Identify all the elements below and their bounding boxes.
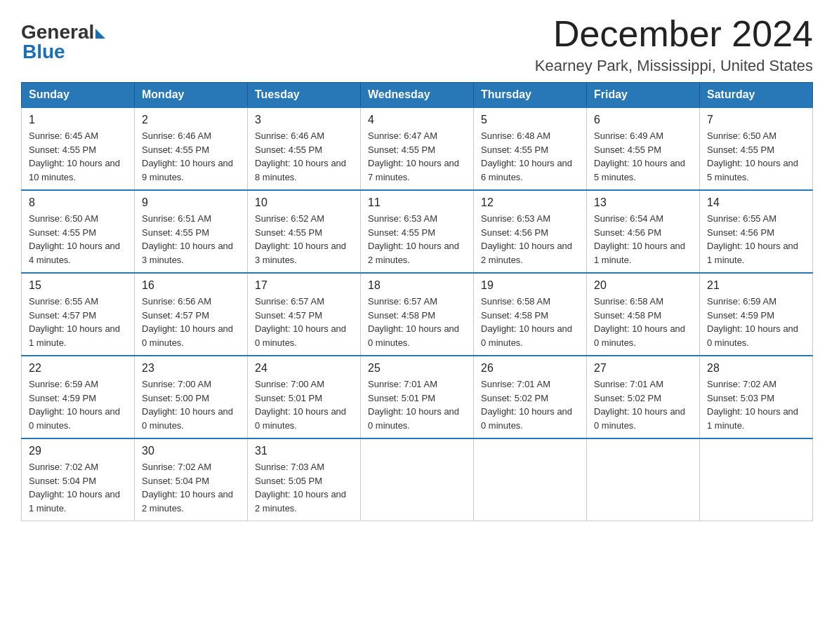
calendar-day-cell: 21 Sunrise: 6:59 AM Sunset: 4:59 PM Dayl…	[700, 273, 813, 356]
calendar-day-cell: 9 Sunrise: 6:51 AM Sunset: 4:55 PM Dayli…	[135, 190, 248, 273]
day-number: 12	[481, 196, 579, 209]
page-header: General Blue December 2024 Kearney Park,…	[21, 14, 813, 75]
sunset-label: Sunset: 4:55 PM	[255, 227, 322, 238]
day-info: Sunrise: 6:52 AM Sunset: 4:55 PM Dayligh…	[255, 212, 353, 267]
sunset-label: Sunset: 5:03 PM	[707, 393, 774, 403]
sunrise-label: Sunrise: 7:01 AM	[481, 379, 550, 389]
sunset-label: Sunset: 4:56 PM	[481, 227, 548, 238]
day-number: 1	[29, 114, 127, 126]
calendar-day-cell: 13 Sunrise: 6:54 AM Sunset: 4:56 PM Dayl…	[587, 190, 700, 273]
day-info: Sunrise: 6:48 AM Sunset: 4:55 PM Dayligh…	[481, 129, 579, 184]
daylight-label: Daylight: 10 hours and 1 minute.	[29, 323, 120, 348]
col-thursday: Thursday	[474, 83, 587, 108]
calendar-day-cell: 23 Sunrise: 7:00 AM Sunset: 5:00 PM Dayl…	[135, 356, 248, 438]
daylight-label: Daylight: 10 hours and 9 minutes.	[142, 158, 233, 182]
logo-arrow-icon	[95, 29, 105, 39]
sunrise-label: Sunrise: 6:59 AM	[707, 296, 776, 307]
calendar-day-cell: 3 Sunrise: 6:46 AM Sunset: 4:55 PM Dayli…	[248, 107, 361, 190]
calendar-day-cell: 24 Sunrise: 7:00 AM Sunset: 5:01 PM Dayl…	[248, 356, 361, 438]
sunset-label: Sunset: 4:55 PM	[29, 227, 96, 238]
calendar-day-cell: 4 Sunrise: 6:47 AM Sunset: 4:55 PM Dayli…	[361, 107, 474, 190]
daylight-label: Daylight: 10 hours and 1 minute.	[707, 406, 798, 431]
day-number: 2	[142, 114, 240, 126]
sunset-label: Sunset: 4:55 PM	[707, 145, 774, 155]
daylight-label: Daylight: 10 hours and 3 minutes.	[142, 241, 233, 265]
daylight-label: Daylight: 10 hours and 4 minutes.	[29, 241, 120, 265]
day-info: Sunrise: 6:47 AM Sunset: 4:55 PM Dayligh…	[368, 129, 466, 184]
daylight-label: Daylight: 10 hours and 8 minutes.	[255, 158, 346, 182]
sunrise-label: Sunrise: 6:50 AM	[29, 213, 98, 224]
col-sunday: Sunday	[22, 83, 135, 108]
daylight-label: Daylight: 10 hours and 0 minutes.	[255, 323, 346, 348]
day-info: Sunrise: 7:03 AM Sunset: 5:05 PM Dayligh…	[255, 460, 353, 515]
calendar-week-row: 8 Sunrise: 6:50 AM Sunset: 4:55 PM Dayli…	[22, 190, 813, 273]
day-number: 28	[707, 362, 805, 375]
sunset-label: Sunset: 5:05 PM	[255, 476, 322, 486]
daylight-label: Daylight: 10 hours and 0 minutes.	[481, 323, 572, 348]
sunrise-label: Sunrise: 6:57 AM	[255, 296, 324, 307]
day-info: Sunrise: 6:46 AM Sunset: 4:55 PM Dayligh…	[255, 129, 353, 184]
page-title: December 2024	[535, 14, 813, 54]
day-number: 18	[368, 279, 466, 292]
day-number: 7	[707, 114, 805, 126]
daylight-label: Daylight: 10 hours and 0 minutes.	[142, 323, 233, 348]
day-number: 15	[29, 279, 127, 292]
day-info: Sunrise: 7:02 AM Sunset: 5:04 PM Dayligh…	[142, 460, 240, 515]
daylight-label: Daylight: 10 hours and 5 minutes.	[707, 158, 798, 182]
day-number: 26	[481, 362, 579, 375]
calendar-header-row: Sunday Monday Tuesday Wednesday Thursday…	[22, 83, 813, 108]
day-info: Sunrise: 6:49 AM Sunset: 4:55 PM Dayligh…	[594, 129, 692, 184]
sunrise-label: Sunrise: 6:48 AM	[481, 130, 550, 141]
sunrise-label: Sunrise: 7:02 AM	[29, 462, 98, 472]
day-info: Sunrise: 6:50 AM Sunset: 4:55 PM Dayligh…	[29, 212, 127, 267]
calendar-week-row: 22 Sunrise: 6:59 AM Sunset: 4:59 PM Dayl…	[22, 356, 813, 438]
sunrise-label: Sunrise: 6:55 AM	[707, 213, 776, 224]
sunset-label: Sunset: 4:56 PM	[707, 227, 774, 238]
sunset-label: Sunset: 5:02 PM	[481, 393, 548, 403]
day-info: Sunrise: 6:59 AM Sunset: 4:59 PM Dayligh…	[29, 377, 127, 432]
daylight-label: Daylight: 10 hours and 0 minutes.	[707, 323, 798, 348]
col-monday: Monday	[135, 83, 248, 108]
calendar-day-cell	[361, 438, 474, 521]
sunset-label: Sunset: 4:58 PM	[368, 310, 435, 321]
sunrise-label: Sunrise: 6:51 AM	[142, 213, 211, 224]
sunrise-label: Sunrise: 6:56 AM	[142, 296, 211, 307]
day-number: 13	[594, 196, 692, 209]
sunset-label: Sunset: 5:04 PM	[29, 476, 96, 486]
sunset-label: Sunset: 5:04 PM	[142, 476, 209, 486]
daylight-label: Daylight: 10 hours and 1 minute.	[594, 241, 685, 265]
day-info: Sunrise: 6:46 AM Sunset: 4:55 PM Dayligh…	[142, 129, 240, 184]
day-number: 4	[368, 114, 466, 126]
day-info: Sunrise: 6:53 AM Sunset: 4:55 PM Dayligh…	[368, 212, 466, 267]
day-number: 21	[707, 279, 805, 292]
daylight-label: Daylight: 10 hours and 0 minutes.	[594, 323, 685, 348]
day-info: Sunrise: 7:01 AM Sunset: 5:01 PM Dayligh…	[368, 377, 466, 432]
day-number: 14	[707, 196, 805, 209]
sunrise-label: Sunrise: 7:02 AM	[142, 462, 211, 472]
daylight-label: Daylight: 10 hours and 0 minutes.	[481, 406, 572, 431]
daylight-label: Daylight: 10 hours and 0 minutes.	[368, 406, 459, 431]
day-info: Sunrise: 6:50 AM Sunset: 4:55 PM Dayligh…	[707, 129, 805, 184]
sunset-label: Sunset: 4:58 PM	[594, 310, 661, 321]
day-number: 9	[142, 196, 240, 209]
sunrise-label: Sunrise: 6:53 AM	[368, 213, 437, 224]
sunset-label: Sunset: 4:55 PM	[29, 145, 96, 155]
sunrise-label: Sunrise: 6:47 AM	[368, 130, 437, 141]
daylight-label: Daylight: 10 hours and 10 minutes.	[29, 158, 120, 182]
calendar-day-cell: 12 Sunrise: 6:53 AM Sunset: 4:56 PM Dayl…	[474, 190, 587, 273]
sunrise-label: Sunrise: 6:58 AM	[594, 296, 663, 307]
calendar-day-cell: 26 Sunrise: 7:01 AM Sunset: 5:02 PM Dayl…	[474, 356, 587, 438]
sunset-label: Sunset: 5:01 PM	[255, 393, 322, 403]
calendar-day-cell: 11 Sunrise: 6:53 AM Sunset: 4:55 PM Dayl…	[361, 190, 474, 273]
day-number: 23	[142, 362, 240, 375]
calendar-day-cell: 14 Sunrise: 6:55 AM Sunset: 4:56 PM Dayl…	[700, 190, 813, 273]
daylight-label: Daylight: 10 hours and 0 minutes.	[142, 406, 233, 431]
day-number: 19	[481, 279, 579, 292]
day-number: 20	[594, 279, 692, 292]
sunrise-label: Sunrise: 6:54 AM	[594, 213, 663, 224]
sunrise-label: Sunrise: 6:55 AM	[29, 296, 98, 307]
calendar-day-cell: 2 Sunrise: 6:46 AM Sunset: 4:55 PM Dayli…	[135, 107, 248, 190]
sunset-label: Sunset: 4:55 PM	[368, 145, 435, 155]
sunset-label: Sunset: 4:57 PM	[255, 310, 322, 321]
calendar-day-cell: 25 Sunrise: 7:01 AM Sunset: 5:01 PM Dayl…	[361, 356, 474, 438]
